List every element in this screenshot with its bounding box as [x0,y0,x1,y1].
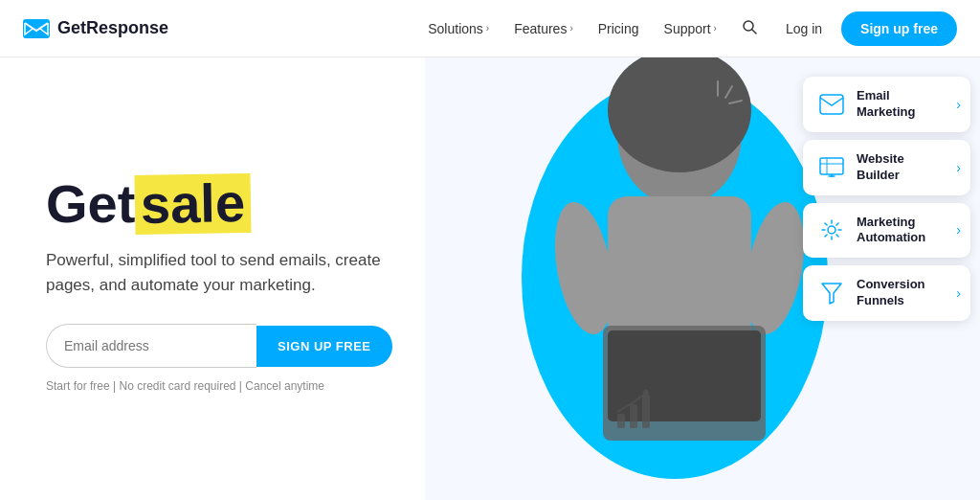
feature-card-email-marketing[interactable]: EmailMarketing › [803,77,970,132]
hero-title-sale: sale [135,173,252,235]
navbar: GetResponse Solutions › Features › Prici… [0,0,980,57]
feature-card-label: WebsiteBuilder [857,151,904,184]
hero-signup-button[interactable]: SIGN UP FREE [256,326,392,367]
nav-features[interactable]: Features › [504,15,583,42]
chevron-icon: › [486,23,489,34]
hero-right-visual: EmailMarketing › WebsiteBuilder › [479,57,980,500]
svg-rect-12 [630,404,637,428]
chevron-icon: › [714,23,717,34]
feature-card-website-builder[interactable]: WebsiteBuilder › [803,140,970,195]
envelope-icon [816,89,847,120]
sparkle-lines [689,77,746,134]
svg-line-2 [752,30,756,34]
chevron-icon: › [569,23,572,34]
hero-subtitle: Powerful, simplified tool to send emails… [46,248,410,297]
svg-rect-18 [820,95,843,114]
hero-form: SIGN UP FREE [46,324,440,368]
feature-card-marketing-automation[interactable]: MarketingAutomation › [803,203,970,259]
login-button[interactable]: Log in [772,15,835,42]
feature-card-label: MarketingAutomation [857,215,925,247]
search-icon[interactable] [732,13,767,44]
nav-support[interactable]: Support › [655,15,726,42]
chevron-right-icon: › [956,222,961,238]
chevron-right-icon: › [956,285,961,301]
hero-title-get: Get [46,173,135,234]
svg-line-17 [729,101,742,103]
chevron-right-icon: › [956,160,961,175]
funnel-icon [816,278,847,308]
svg-rect-0 [23,19,50,38]
display-icon [816,152,847,183]
hero-left-content: Getsale Powerful, simplified tool to sen… [0,57,479,500]
feature-cards: EmailMarketing › WebsiteBuilder › [803,77,970,321]
svg-rect-11 [617,414,625,428]
chevron-right-icon: › [956,97,961,112]
svg-point-24 [828,226,835,234]
nav-solutions[interactable]: Solutions › [418,15,499,42]
hero-title: Getsale [46,174,440,234]
gear-icon [816,215,847,245]
feature-card-label: EmailMarketing [857,88,915,121]
signup-button[interactable]: Sign up free [841,11,957,46]
logo[interactable]: GetResponse [23,18,168,38]
feature-card-label: ConversionFunnels [857,277,925,309]
feature-card-conversion-funnels[interactable]: ConversionFunnels › [803,265,970,321]
person-figure [526,57,833,498]
email-input[interactable] [46,324,256,368]
hero-disclaimer: Start for free | No credit card required… [46,379,440,393]
brand-name: GetResponse [57,18,168,38]
svg-line-16 [725,86,732,98]
svg-rect-19 [820,158,843,174]
nav-pricing[interactable]: Pricing [589,15,649,42]
logo-icon [23,19,50,38]
hero-section: Getsale Powerful, simplified tool to sen… [0,57,980,500]
svg-point-14 [643,390,649,396]
nav-links: Solutions › Features › Pricing Support ›… [418,11,957,46]
svg-rect-13 [642,395,650,428]
chart-icon [612,385,660,433]
